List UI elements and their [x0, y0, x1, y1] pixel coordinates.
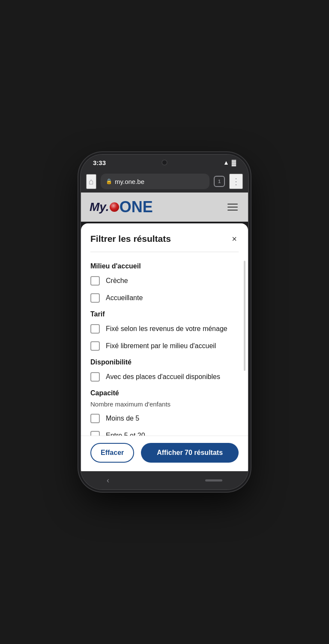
home-indicator[interactable]	[205, 479, 222, 481]
checkbox-tarif-revenu[interactable]: Fixé selon les revenus de votre ménage	[90, 324, 239, 334]
page-content: My. ONE Filtrer les résultats ×	[81, 193, 248, 471]
back-button[interactable]: ‹	[107, 476, 109, 485]
checkbox-5-20-box[interactable]	[90, 431, 100, 436]
hamburger-line-2	[227, 207, 238, 208]
checkbox-tarif-revenu-box[interactable]	[90, 324, 100, 334]
logo-one: ONE	[120, 199, 153, 215]
browser-menu-button[interactable]: ⋮	[229, 174, 243, 189]
checkbox-accueillante[interactable]: Accueillante	[90, 293, 239, 303]
checkbox-places-dispo-label: Avec des places d'accueil disponibles	[106, 373, 220, 381]
section-milieu-title: Milieu d'accueil	[90, 262, 239, 270]
checkbox-5-20-label: Entre 5 et 20	[106, 432, 145, 436]
filter-header: Filtrer les résultats ×	[81, 223, 248, 252]
section-disponibilite-title: Disponibilité	[90, 358, 239, 366]
wifi-icon: ▲	[223, 159, 229, 166]
checkbox-moins-5-box[interactable]	[90, 414, 100, 423]
status-bar: 3:33 ▲ ▓	[81, 155, 248, 170]
checkbox-accueillante-box[interactable]	[90, 293, 100, 303]
checkbox-tarif-libre-box[interactable]	[90, 341, 100, 351]
url-text: my.one.be	[115, 178, 144, 185]
checkbox-5-20[interactable]: Entre 5 et 20	[90, 431, 239, 436]
browser-url-bar[interactable]: 🔒 my.one.be	[101, 174, 209, 189]
checkbox-places-dispo-box[interactable]	[90, 372, 100, 382]
checkbox-creche-label: Crèche	[106, 277, 128, 285]
hamburger-line-3	[227, 210, 238, 211]
scroll-indicator	[244, 261, 245, 371]
browser-tabs-button[interactable]: 1	[214, 176, 225, 187]
site-header: My. ONE	[81, 193, 248, 222]
filter-body[interactable]: Milieu d'accueil Crèche Accueillante Tar…	[81, 252, 248, 436]
lock-icon: 🔒	[106, 178, 112, 184]
phone-frame: 3:33 ▲ ▓ ⌂ 🔒 my.one.be 1 ⋮ My. ONE	[81, 155, 248, 489]
checkbox-creche[interactable]: Crèche	[90, 276, 239, 286]
checkbox-tarif-libre-label: Fixé librement par le milieu d'accueil	[106, 342, 216, 350]
logo-dot	[110, 202, 119, 212]
camera-notch	[162, 159, 167, 166]
logo-my: My.	[90, 201, 109, 213]
hamburger-line-1	[227, 204, 238, 205]
close-filter-button[interactable]: ×	[230, 233, 239, 245]
checkbox-tarif-revenu-label: Fixé selon les revenus de votre ménage	[106, 325, 227, 333]
bottom-nav: ‹	[81, 471, 248, 489]
clear-button[interactable]: Effacer	[90, 443, 134, 463]
filter-title: Filtrer les résultats	[90, 234, 171, 244]
checkbox-moins-5-label: Moins de 5	[106, 415, 139, 422]
status-time: 3:33	[93, 159, 106, 166]
section-tarif-title: Tarif	[90, 310, 239, 318]
checkbox-moins-5[interactable]: Moins de 5	[90, 414, 239, 423]
show-results-button[interactable]: Afficher 70 résultats	[141, 443, 239, 463]
battery-icon: ▓	[232, 159, 236, 166]
status-icons: ▲ ▓	[223, 159, 236, 166]
browser-home-button[interactable]: ⌂	[86, 174, 96, 189]
filter-footer: Effacer Afficher 70 résultats	[81, 436, 248, 471]
checkbox-tarif-libre[interactable]: Fixé librement par le milieu d'accueil	[90, 341, 239, 351]
section-capacite-title: Capacité	[90, 389, 239, 397]
checkbox-accueillante-label: Accueillante	[106, 294, 143, 302]
filter-modal: Filtrer les résultats × Milieu d'accueil…	[81, 223, 248, 471]
section-capacite-subtitle: Nombre maximum d'enfants	[90, 400, 239, 408]
browser-bar: ⌂ 🔒 my.one.be 1 ⋮	[81, 170, 248, 193]
logo: My. ONE	[90, 199, 153, 215]
checkbox-places-dispo[interactable]: Avec des places d'accueil disponibles	[90, 372, 239, 382]
hamburger-menu-button[interactable]	[226, 202, 239, 212]
checkbox-creche-box[interactable]	[90, 276, 100, 286]
